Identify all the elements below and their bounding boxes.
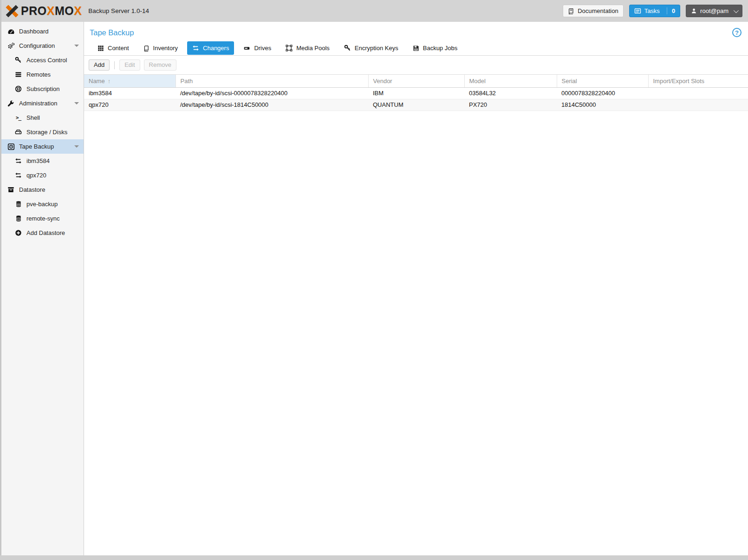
plus-circle-icon [14, 229, 22, 236]
chevron-down-icon [734, 7, 739, 13]
tab-encryption-keys[interactable]: Encryption Keys [339, 41, 403, 55]
sort-ascending-icon: ↑ [108, 78, 111, 85]
sidebar-item-label: Subscription [26, 85, 60, 92]
documentation-button[interactable]: Documentation [563, 5, 623, 17]
table-row[interactable]: ibm3584 /dev/tape/by-id/scsi-00000783282… [84, 87, 748, 99]
column-header-serial[interactable]: Serial [557, 75, 648, 87]
sidebar-item-shell[interactable]: >_ Shell [1, 111, 84, 125]
sidebar-item-label: Dashboard [19, 28, 49, 35]
cell-path: /dev/tape/by-id/scsi-1814C50000 [176, 99, 368, 111]
tab-backup-jobs[interactable]: Backup Jobs [408, 41, 462, 55]
sidebar-item-dashboard[interactable]: Dashboard [1, 24, 84, 39]
task-list-icon [634, 7, 641, 14]
tab-label: Changers [203, 45, 229, 52]
hdd-icon [14, 129, 22, 136]
sidebar-item-label: Configuration [19, 42, 55, 49]
top-header-bar: PROXMOX Backup Server 1.0-14 Documentati… [1, 0, 748, 22]
tape-drive-icon [243, 45, 250, 52]
chevron-down-icon[interactable] [74, 45, 79, 47]
toolbar-separator [114, 61, 115, 69]
sidebar-nav: Dashboard Configuration Access Control [1, 22, 84, 555]
sidebar-item-storage-disks[interactable]: Storage / Disks [1, 125, 84, 139]
cell-name: qpx720 [84, 99, 176, 111]
sidebar-item-qpx720[interactable]: qpx720 [1, 168, 84, 182]
sidebar-item-label: Shell [26, 114, 40, 121]
column-header-label: Path [181, 78, 193, 85]
app-window: PROXMOX Backup Server 1.0-14 Documentati… [0, 0, 748, 555]
user-menu-button[interactable]: root@pam [686, 5, 742, 17]
brand-wordmark: PROXMOX [21, 4, 82, 18]
life-ring-icon [14, 85, 22, 92]
book-icon [143, 45, 150, 52]
column-header-name[interactable]: Name↑ [84, 75, 176, 87]
column-header-path[interactable]: Path [176, 75, 368, 87]
sidebar-item-remotes[interactable]: Remotes [1, 67, 84, 82]
database-icon [14, 201, 22, 208]
sidebar-item-datastore[interactable]: Datastore [1, 182, 84, 197]
cell-vendor: QUANTUM [368, 99, 464, 111]
exchange-icon [192, 45, 199, 52]
user-icon [691, 8, 697, 14]
cell-serial: 0000078328220400 [557, 87, 648, 99]
remove-button[interactable]: Remove [144, 59, 176, 71]
object-group-icon [286, 45, 293, 52]
edit-button[interactable]: Edit [119, 59, 140, 71]
column-header-label: Model [469, 78, 486, 85]
documentation-label: Documentation [578, 7, 618, 14]
sidebar-item-pve-backup[interactable]: pve-backup [1, 197, 84, 211]
tab-label: Encryption Keys [355, 45, 398, 52]
column-header-label: Serial [562, 78, 577, 85]
tab-content[interactable]: Content [92, 41, 134, 55]
chevron-down-icon[interactable] [74, 145, 79, 148]
sidebar-item-access-control[interactable]: Access Control [1, 53, 84, 67]
sidebar-item-label: Tape Backup [19, 143, 54, 150]
add-button[interactable]: Add [89, 59, 110, 71]
terminal-icon: >_ [14, 115, 22, 121]
cell-name: ibm3584 [84, 87, 176, 99]
book-icon [568, 8, 574, 14]
tab-label: Inventory [153, 45, 178, 52]
proxmox-x-icon [5, 4, 19, 18]
tasks-label: Tasks [644, 7, 660, 14]
sidebar-item-ibm3584[interactable]: ibm3584 [1, 154, 84, 168]
cell-import-export-slots [648, 99, 748, 111]
tab-label: Content [108, 45, 129, 52]
sidebar-item-label: pve-backup [26, 201, 58, 208]
tab-media-pools[interactable]: Media Pools [280, 41, 335, 55]
sidebar-item-subscription[interactable]: Subscription [1, 82, 84, 96]
sidebar-item-administration[interactable]: Administration [1, 96, 84, 111]
key-icon [344, 45, 351, 52]
tab-inventory[interactable]: Inventory [138, 41, 183, 55]
table-header-row: Name↑ Path Vendor Model Serial Import/Ex… [84, 75, 748, 87]
sidebar-item-label: qpx720 [26, 172, 46, 179]
help-icon[interactable]: ? [732, 28, 741, 37]
cell-model: PX720 [464, 99, 557, 111]
sidebar-item-tape-backup[interactable]: Tape Backup [1, 139, 84, 154]
sidebar-item-configuration[interactable]: Configuration [1, 39, 84, 53]
sidebar-item-label: Administration [19, 100, 57, 107]
cell-import-export-slots [648, 87, 748, 99]
column-header-label: Vendor [373, 78, 392, 85]
tab-changers[interactable]: Changers [187, 41, 234, 55]
changers-table: Name↑ Path Vendor Model Serial Import/Ex… [84, 75, 748, 111]
list-rows-icon [14, 71, 22, 78]
tab-label: Backup Jobs [423, 45, 457, 52]
tape-icon [7, 143, 15, 150]
sidebar-item-add-datastore[interactable]: Add Datastore [1, 226, 84, 240]
tab-bar: Content Inventory Changers [84, 40, 748, 56]
chevron-down-icon[interactable] [74, 102, 79, 104]
tab-drives[interactable]: Drives [238, 41, 276, 55]
tasks-button[interactable]: Tasks 0 [629, 5, 680, 17]
column-header-model[interactable]: Model [464, 75, 557, 87]
tasks-count-badge: 0 [667, 7, 675, 14]
column-header-vendor[interactable]: Vendor [368, 75, 464, 87]
tab-label: Drives [254, 45, 271, 52]
column-header-import-export-slots[interactable]: Import/Export Slots [648, 75, 748, 87]
product-version-label: Backup Server 1.0-14 [88, 7, 149, 14]
sidebar-item-remote-sync[interactable]: remote-sync [1, 211, 84, 226]
dashboard-icon [7, 28, 15, 35]
table-row[interactable]: qpx720 /dev/tape/by-id/scsi-1814C50000 Q… [84, 99, 748, 111]
tab-label: Media Pools [296, 45, 330, 52]
gears-icon [7, 42, 15, 50]
sidebar-item-label: ibm3584 [26, 157, 50, 164]
